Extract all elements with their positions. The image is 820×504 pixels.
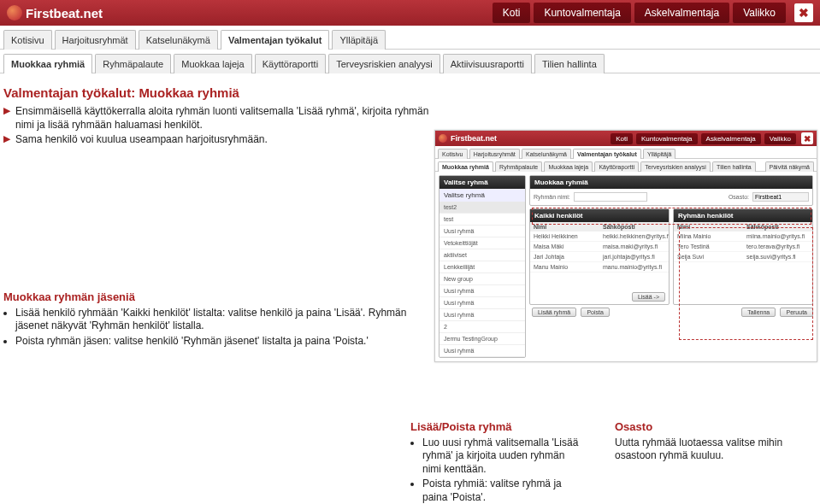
close-icon[interactable]: ✖: [801, 132, 813, 144]
tab-lajeja[interactable]: Muokkaa lajeja: [544, 161, 593, 172]
table-row[interactable]: Jari Johtajajari.johtaja@yritys.fi: [530, 252, 669, 262]
label-ryhman-nimi: Ryhmän nimi:: [534, 194, 570, 200]
col-sp: Sähköposti: [599, 222, 669, 231]
close-icon[interactable]: ✖: [794, 3, 813, 22]
brand-text: Firstbeat.net: [26, 6, 103, 21]
poista-button[interactable]: Poista: [581, 308, 609, 317]
group-list-item[interactable]: test2: [439, 202, 525, 214]
tab-harjoitusryhmat[interactable]: Harjoitusryhmät: [55, 30, 136, 50]
arrow-icon: ▶: [3, 105, 10, 116]
input-ryhman-nimi[interactable]: [574, 192, 647, 202]
lisaa-button[interactable]: Lisää ->: [632, 292, 665, 302]
group-list-item[interactable]: Vetokeittiöjät: [439, 237, 525, 249]
tab-kaytto[interactable]: Käyttöraportti: [594, 161, 639, 172]
inset-nav-valikko[interactable]: Valikko: [764, 133, 796, 144]
tab-muokkaa[interactable]: Muokkaa ryhmiä: [438, 161, 493, 172]
tab-valmentajan[interactable]: Valmentajan työkalut: [573, 149, 641, 159]
section-osasto-list: Uutta ryhmää luotaessa valitse mihin osa…: [615, 437, 803, 463]
brand: Firstbeat.net: [7, 5, 103, 21]
help-line: ▶ Sama henkilö voi kuulua useampaan harj…: [3, 133, 431, 147]
panel-title-muokkaa: Muokkaa ryhmiä: [530, 176, 812, 189]
table-row[interactable]: Heikki Heikkinenheikki.heikkinen@yritys.…: [530, 231, 669, 242]
help-line: ▶ Ensimmäisellä käyttökerralla aloita ry…: [3, 105, 431, 132]
inset-nav-koti[interactable]: Koti: [611, 133, 633, 144]
tab-katselunakyma[interactable]: Katselunäkymä: [139, 30, 218, 50]
col-nimi: Nimi: [674, 222, 743, 231]
group-list: test2testUusi ryhmäVetokeittiöjätaktiivi…: [439, 202, 525, 357]
input-osasto[interactable]: [752, 192, 809, 202]
tallenna-button[interactable]: Tallenna: [741, 308, 776, 317]
group-list-item[interactable]: Jermu TestingGroup: [439, 333, 525, 345]
section-osasto-title: Osasto: [615, 420, 803, 433]
tab-harjoitusryhmat[interactable]: Harjoitusryhmät: [469, 149, 520, 159]
tab-kayttoraportti[interactable]: Käyttöraportti: [255, 54, 326, 73]
list-item: Luo uusi ryhmä valitsemalla 'Lisää ryhmä…: [422, 437, 581, 477]
logo-icon: [7, 5, 22, 21]
inset-brand-text: Firstbeat.net: [451, 134, 497, 143]
nav-askelvalmentaja[interactable]: Askelvalmentaja: [634, 3, 729, 23]
group-list-item[interactable]: Uusi ryhmä: [439, 297, 525, 309]
tabs-level-2: Muokkaa ryhmiä Ryhmäpalaute Muokkaa laje…: [0, 50, 820, 73]
list-item: Uutta ryhmää luotaessa valitse mihin osa…: [615, 437, 803, 463]
nav-kuntovalmentaja[interactable]: Kuntovalmentaja: [534, 3, 630, 23]
table-row[interactable]: Miina Mainiomiina.mainio@yritys.fi: [674, 231, 812, 242]
nav-koti[interactable]: Koti: [493, 3, 531, 23]
tab-yllapitaja[interactable]: Ylläpitäjä: [332, 30, 386, 50]
section-edit-members-list: Lisää henkilö ryhmään 'Kaikki henkilöt' …: [15, 307, 431, 349]
help-text-2: Sama henkilö voi kuulua useampaan harjoi…: [15, 133, 268, 147]
main-topbar: Firstbeat.net Koti Kuntovalmentaja Askel…: [0, 0, 820, 26]
group-list-item[interactable]: Uusi ryhmä: [439, 226, 525, 237]
table-row[interactable]: Maisa Mäkimaisa.maki@yritys.fi: [530, 242, 669, 252]
table-row[interactable]: Seija Suviseija.suvi@yritys.fi: [674, 252, 812, 262]
tab-terveysriskien[interactable]: Terveysriskien analyysi: [328, 54, 439, 73]
kaikki-henkilot-panel: Kaikki henkilöt NimiSähköposti Heikki He…: [529, 208, 670, 305]
tab-kotisivu[interactable]: Kotisivu: [3, 30, 52, 50]
tab-terveys[interactable]: Terveysriskien analyysi: [640, 161, 711, 172]
inset-tabs1: Kotisivu Harjoitusryhmät Katselunäkymä V…: [435, 146, 817, 159]
group-list-item[interactable]: aktiiviset: [439, 249, 525, 261]
inset-tabs2: Muokkaa ryhmiä Ryhmäpalaute Muokkaa laje…: [435, 159, 817, 172]
logo-icon: [439, 134, 447, 143]
tab-palaute[interactable]: Ryhmäpalaute: [495, 161, 542, 172]
tab-katselunakyma[interactable]: Katselunäkymä: [522, 149, 571, 159]
tab-muokkaa-ryhmia[interactable]: Muokkaa ryhmiä: [3, 54, 92, 73]
help-text-1: Ensimmäisellä käyttökerralla aloita ryhm…: [15, 105, 431, 132]
group-list-item[interactable]: New group: [439, 273, 525, 285]
list-item: Poista ryhmän jäsen: valitse henkilö 'Ry…: [15, 335, 431, 349]
table-row[interactable]: Manu Mainiomanu.mainio@yritys.fi: [530, 262, 669, 273]
edit-groups-panel: Muokkaa ryhmiä Ryhmän nimi: Osasto: Kaik…: [529, 175, 813, 358]
peruuta-button[interactable]: Peruuta: [780, 308, 813, 317]
tab-tilien[interactable]: Tilien hallinta: [712, 161, 756, 172]
table-row[interactable]: Tero Testinätero.terava@yritys.fi: [674, 242, 812, 252]
section-add-remove-title: Lisää/Poista ryhmä: [410, 420, 581, 433]
tab-ryhmapalaute[interactable]: Ryhmäpalaute: [95, 54, 171, 73]
nav-valikko[interactable]: Valikko: [733, 3, 786, 23]
tab-muokkaa-lajeja[interactable]: Muokkaa lajeja: [174, 54, 251, 73]
col-sp: Sähköposti: [743, 222, 812, 231]
inset-nav-kunto[interactable]: Kuntovalmentaja: [636, 133, 698, 144]
group-list-item[interactable]: Uusi ryhmä: [439, 285, 525, 297]
panel-title-valitse: Valitse ryhmä: [439, 176, 525, 189]
arrow-icon: ▶: [3, 133, 10, 144]
tab-yllapitaja[interactable]: Ylläpitäjä: [643, 149, 675, 159]
label-osasto: Osasto:: [729, 194, 749, 200]
panel-title-ryhman: Ryhmän henkilöt: [674, 209, 812, 222]
panel-subtitle-valitse: Valitse ryhmä: [439, 189, 525, 202]
tab-aktiivisuus[interactable]: Aktiivisuusraportti: [443, 54, 532, 73]
tab-paivita[interactable]: Päivitä näkymä: [765, 161, 814, 172]
group-list-item[interactable]: test: [439, 214, 525, 226]
group-list-item[interactable]: Uusi ryhmä: [439, 309, 525, 321]
inset-topbar: Firstbeat.net Koti Kuntovalmentaja Askel…: [435, 131, 817, 146]
col-nimi: Nimi: [530, 222, 599, 231]
section-add-remove-list: Luo uusi ryhmä valitsemalla 'Lisää ryhmä…: [422, 437, 581, 504]
group-list-item[interactable]: Uusi ryhmä: [439, 345, 525, 357]
group-list-item[interactable]: 2: [439, 321, 525, 333]
inset-nav-askel[interactable]: Askelvalmentaja: [701, 133, 761, 144]
tab-tilien-hallinta[interactable]: Tilien hallinta: [534, 54, 605, 73]
tab-valmentajan-tyokalut[interactable]: Valmentajan työkalut: [221, 30, 329, 50]
panel-title-kaikki: Kaikki henkilöt: [530, 209, 669, 222]
group-list-item[interactable]: Lenkkeiliijät: [439, 261, 525, 273]
lisaa-ryhma-button[interactable]: Lisää ryhmä: [532, 308, 576, 317]
select-group-panel: Valitse ryhmä Valitse ryhmä test2testUus…: [439, 175, 526, 358]
tab-kotisivu[interactable]: Kotisivu: [438, 149, 468, 159]
